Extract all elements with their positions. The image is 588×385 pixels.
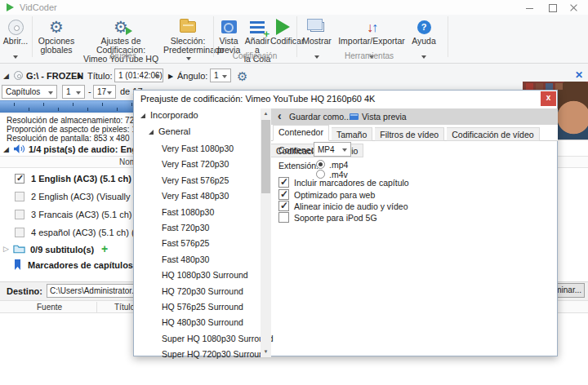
group-separator <box>213 16 214 57</box>
scrollbar-thumb[interactable] <box>261 120 270 193</box>
preset-item[interactable]: Fast 1080p30 <box>134 205 256 220</box>
preview-window-icon <box>350 113 359 120</box>
scroll-down-icon[interactable]: ▼ <box>261 347 271 357</box>
dialog-preview-button[interactable]: Vista previa <box>362 112 407 122</box>
source-disc-icon <box>14 71 23 80</box>
checkbox-web-optimized-label: Optimizado para web <box>294 190 375 200</box>
preset-item[interactable]: Super HQ 720p30 Surround <box>134 347 256 362</box>
add-subtitle-icon[interactable]: + <box>101 242 108 255</box>
source-expander-icon[interactable]: ◢ <box>3 72 9 80</box>
title-label: Título: <box>87 71 113 81</box>
tree-node-general[interactable]: General <box>149 126 190 136</box>
close-source-icon[interactable]: ✕ <box>575 69 583 81</box>
scroll-up-icon[interactable]: ▲ <box>261 108 271 119</box>
preset-item[interactable]: Fast 720p30 <box>134 220 256 236</box>
window-titlebar: VidCoder <box>0 0 588 15</box>
bookmark-icon <box>15 259 20 270</box>
checkbox-ipod-5g-label: Soporte para iPod 5G <box>294 213 377 223</box>
preset-item[interactable]: HQ 576p25 Surround <box>134 299 256 315</box>
vidcoder-logo-icon <box>7 3 14 11</box>
tab-contenedor[interactable]: Contenedor <box>273 125 329 141</box>
subtitles-folder-icon <box>13 244 25 254</box>
import-export-icon: ↓↑ <box>336 17 407 37</box>
disc-icon <box>8 20 24 35</box>
help-label: Ayuda <box>408 37 439 46</box>
minimize-button[interactable] <box>521 2 539 13</box>
play-separator-icon: ▶ <box>168 73 173 80</box>
speaker-icon <box>13 144 25 156</box>
tab-tamano[interactable]: Tamaño <box>332 127 372 141</box>
preset-item[interactable]: Fast 480p30 <box>134 252 256 268</box>
extension-label: Extensión: <box>278 161 318 170</box>
range-mode-select[interactable]: Capítulos <box>2 85 57 99</box>
subtitles-expander-icon[interactable]: ▷ <box>3 245 9 253</box>
group-separator <box>448 16 448 57</box>
preset-item[interactable]: Very Fast 1080p30 <box>134 141 256 157</box>
gear-icon: ⚙ <box>49 19 64 35</box>
audio-expander-icon[interactable]: ◢ <box>3 145 9 153</box>
angle-label: Ángulo: <box>177 71 207 81</box>
container-select[interactable]: MP4 <box>314 142 351 157</box>
preset-item[interactable]: Very Fast 576p25 <box>134 173 256 188</box>
save-as-button[interactable]: Guardar como... <box>289 112 351 122</box>
audio-track-checkbox[interactable] <box>15 210 24 219</box>
audio-track-checkbox[interactable] <box>15 174 24 184</box>
source-name: G:\ - FROZEN <box>26 71 83 81</box>
tab-filtros-video[interactable]: Filtros de vídeo <box>375 127 444 141</box>
radio-mp4[interactable] <box>316 160 325 169</box>
checkbox-align-av-label: Alinear inicio de audio y vídeo <box>294 201 408 211</box>
dialog-close-button[interactable]: x <box>541 91 556 106</box>
preset-item[interactable]: HQ 1080p30 Surround <box>134 268 256 283</box>
dialog-tabstrip: Contenedor Tamaño Filtros de vídeo Codif… <box>271 125 558 141</box>
group-separator <box>296 16 297 57</box>
dropdown-arrow-icon <box>13 55 18 61</box>
preview-icon <box>221 20 237 33</box>
radio-mp4-label: .mp4 <box>329 160 348 170</box>
group-separator <box>32 16 33 57</box>
preset-item[interactable]: HQ 480p30 Surround <box>134 315 256 330</box>
ribbon-toolbar: Abrir... ⚙ Opciones globales ⚙ Ajustes d… <box>0 15 588 64</box>
checkbox-ipod-5g[interactable] <box>278 212 289 223</box>
preset-dialog: Preajuste de codificación: Vimeo YouTube… <box>133 90 558 356</box>
title-select[interactable]: 1 (01:42:06) <box>114 69 163 82</box>
tree-scrollbar[interactable]: ▲ ▼ <box>261 108 271 357</box>
checkbox-align-av[interactable] <box>278 201 289 211</box>
chapter-to-select[interactable]: 17 <box>93 85 116 99</box>
import-export-label: Importar/Exportar <box>336 37 407 46</box>
queue-column-source[interactable]: Fuente <box>37 303 62 312</box>
preset-item[interactable]: Very Fast 480p30 <box>134 188 256 204</box>
open-source-button[interactable]: Abrir... <box>2 17 29 61</box>
tree-node-incorporado[interactable]: Incorporado <box>140 110 198 120</box>
help-icon: ? <box>417 20 431 34</box>
encode-label: Codificar <box>270 37 295 46</box>
preset-item[interactable]: Super HQ 1080p30 Surround <box>134 331 256 347</box>
preset-item[interactable]: HQ 720p30 Surround <box>134 284 256 299</box>
audio-track-checkbox[interactable] <box>15 228 24 237</box>
source-settings-gear-icon[interactable]: ⚙ <box>237 69 247 84</box>
play-separator-icon: ▶ <box>78 73 82 80</box>
group-label-herramientas: Herramientas <box>299 51 439 60</box>
preset-item[interactable]: Very Fast 720p30 <box>134 157 256 172</box>
checkbox-web-optimized[interactable] <box>278 189 289 200</box>
group-label-codificacion: Codificación <box>215 51 295 60</box>
expander-open-icon <box>140 113 145 118</box>
queue-list-icon <box>250 21 265 33</box>
group-label-ajustes: Ajustes <box>33 51 212 60</box>
audio-track-checkbox[interactable] <box>15 192 24 201</box>
queue-column-title[interactable]: Título <box>114 303 135 312</box>
window-title: VidCoder <box>20 2 57 12</box>
dialog-toolbar: ‹ Guardar como... Vista previa <box>271 108 558 125</box>
range-separator: - <box>88 86 91 96</box>
chapter-from-select[interactable]: 1 <box>62 85 85 99</box>
windows-icon <box>310 22 324 32</box>
back-chevron-icon[interactable]: ‹ <box>278 109 282 122</box>
checkbox-chapter-markers[interactable] <box>278 177 289 188</box>
dialog-title: Preajuste de codificación: Vimeo YouTube… <box>140 94 375 104</box>
expander-open-icon <box>149 130 154 135</box>
close-button[interactable] <box>565 2 583 13</box>
maximize-button[interactable] <box>544 2 562 13</box>
tab-codificacion-video[interactable]: Codificación de vídeo <box>447 127 539 141</box>
preset-item[interactable]: Fast 576p25 <box>134 236 256 251</box>
show-label: Mostrar <box>299 37 335 46</box>
angle-select[interactable]: 1 <box>210 69 231 82</box>
